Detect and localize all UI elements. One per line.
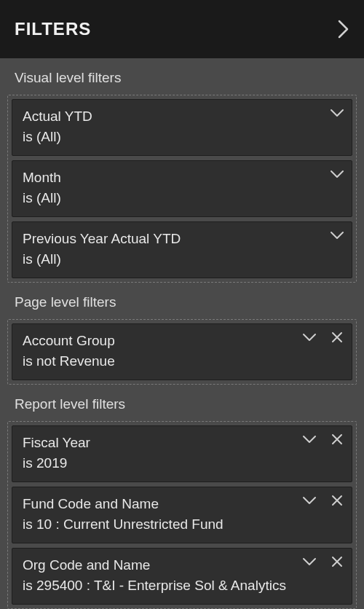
filter-name: Fund Code and Name (23, 496, 341, 512)
filter-card-org-code-and-name[interactable]: Org Code and Name is 295400 : T&I - Ente… (12, 548, 352, 605)
close-icon[interactable] (330, 432, 344, 447)
chevron-down-icon[interactable] (330, 167, 344, 181)
close-icon[interactable] (330, 493, 344, 508)
chevron-down-icon[interactable] (302, 554, 317, 569)
chevron-down-icon[interactable] (302, 432, 317, 447)
filter-value: is 10 : Current Unrestricted Fund (23, 516, 341, 533)
filter-value: is (All) (23, 129, 341, 145)
filter-value: is 295400 : T&I - Enterprise Sol & Analy… (23, 578, 341, 594)
filter-card-previous-year-actual-ytd[interactable]: Previous Year Actual YTD is (All) (12, 221, 352, 278)
filters-panel-header: FILTERS (0, 0, 364, 58)
filter-value: is not Revenue (23, 353, 341, 369)
filters-panel-title: FILTERS (15, 19, 91, 39)
section-label-page: Page level filters (7, 283, 357, 319)
filter-card-fiscal-year[interactable]: Fiscal Year is 2019 (12, 425, 352, 482)
section-group-page: Account Group is not Revenue (7, 319, 357, 385)
filter-card-month[interactable]: Month is (All) (12, 160, 352, 217)
filter-card-controls (330, 167, 344, 181)
filter-card-account-group[interactable]: Account Group is not Revenue (12, 323, 352, 380)
filter-card-controls (302, 493, 344, 508)
close-icon[interactable] (330, 330, 344, 345)
filter-name: Fiscal Year (23, 435, 341, 451)
filter-name: Month (23, 170, 341, 186)
chevron-down-icon[interactable] (302, 493, 317, 508)
filter-card-controls (302, 554, 344, 569)
filters-body: Visual level filters Actual YTD is (All)… (0, 58, 364, 609)
filter-card-controls (330, 106, 344, 120)
chevron-right-icon[interactable] (338, 20, 349, 39)
filter-name: Account Group (23, 333, 341, 349)
filter-value: is (All) (23, 251, 341, 267)
filter-card-fund-code-and-name[interactable]: Fund Code and Name is 10 : Current Unres… (12, 487, 352, 543)
section-label-visual: Visual level filters (7, 58, 357, 95)
filter-card-controls (330, 228, 344, 243)
chevron-down-icon[interactable] (302, 330, 317, 345)
section-group-report: Fiscal Year is 2019 Fund Code and Name i… (7, 421, 357, 609)
filter-card-controls (302, 330, 344, 345)
section-group-visual: Actual YTD is (All) Month is (All) Previ… (7, 95, 357, 283)
chevron-down-icon[interactable] (330, 106, 344, 120)
filter-name: Org Code and Name (23, 557, 341, 573)
section-label-report: Report level filters (7, 385, 357, 421)
close-icon[interactable] (330, 554, 344, 569)
chevron-down-icon[interactable] (330, 228, 344, 243)
filter-name: Previous Year Actual YTD (23, 231, 341, 247)
filter-name: Actual YTD (23, 109, 341, 125)
filter-value: is 2019 (23, 455, 341, 471)
filter-value: is (All) (23, 190, 341, 206)
filter-card-actual-ytd[interactable]: Actual YTD is (All) (12, 99, 352, 156)
filter-card-controls (302, 432, 344, 447)
